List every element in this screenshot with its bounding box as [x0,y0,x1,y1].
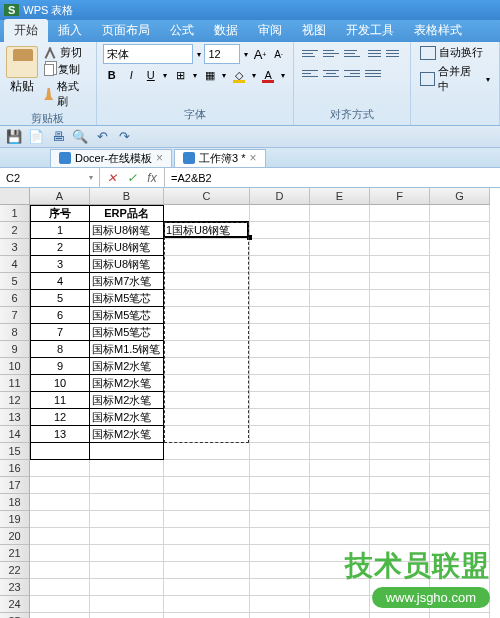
cell-G13[interactable] [430,409,490,426]
cell-C19[interactable] [164,511,250,528]
cell-D11[interactable] [250,375,310,392]
cell-G16[interactable] [430,460,490,477]
decrease-font-button[interactable]: A- [270,45,286,63]
align-left-button[interactable] [300,64,320,82]
cell-E10[interactable] [310,358,370,375]
align-top-button[interactable] [300,44,320,62]
save-button[interactable]: 💾 [4,128,24,146]
cell-B8[interactable]: 国标M5笔芯 [90,324,164,341]
cell-G10[interactable] [430,358,490,375]
cell-F25[interactable] [370,613,430,618]
align-middle-button[interactable] [321,44,341,62]
cell-D4[interactable] [250,256,310,273]
cell-B12[interactable]: 国标M2水笔 [90,392,164,409]
cell-F13[interactable] [370,409,430,426]
copy-button[interactable]: 复制 [40,61,92,78]
cell-C12[interactable] [164,392,250,409]
cell-E20[interactable] [310,528,370,545]
row-header-4[interactable]: 4 [0,256,30,273]
cell-F18[interactable] [370,494,430,511]
cell-A16[interactable] [30,460,90,477]
cell-C16[interactable] [164,460,250,477]
cell-A25[interactable] [30,613,90,618]
cell-C10[interactable] [164,358,250,375]
cell-G6[interactable] [430,290,490,307]
cell-E5[interactable] [310,273,370,290]
cell-F1[interactable] [370,205,430,222]
cell-A17[interactable] [30,477,90,494]
row-header-12[interactable]: 12 [0,392,30,409]
cell-B3[interactable]: 国标U8钢笔 [90,239,164,256]
pattern-button[interactable]: ▦ [201,66,219,84]
cell-G12[interactable] [430,392,490,409]
ribbon-tab-2[interactable]: 页面布局 [92,19,160,42]
row-header-6[interactable]: 6 [0,290,30,307]
cell-A23[interactable] [30,579,90,596]
row-header-8[interactable]: 8 [0,324,30,341]
align-right-button[interactable] [342,64,362,82]
cell-D19[interactable] [250,511,310,528]
cell-G9[interactable] [430,341,490,358]
cell-D13[interactable] [250,409,310,426]
row-header-2[interactable]: 2 [0,222,30,239]
cell-F17[interactable] [370,477,430,494]
cell-A14[interactable]: 13 [30,426,90,443]
cell-B4[interactable]: 国标U8钢笔 [90,256,164,273]
ribbon-tab-6[interactable]: 视图 [292,19,336,42]
cell-A18[interactable] [30,494,90,511]
select-all-corner[interactable] [0,188,30,205]
close-icon[interactable]: × [156,151,163,165]
row-header-20[interactable]: 20 [0,528,30,545]
column-header-A[interactable]: A [30,188,90,205]
cell-F8[interactable] [370,324,430,341]
cell-G5[interactable] [430,273,490,290]
cell-A13[interactable]: 12 [30,409,90,426]
cut-button[interactable]: 剪切 [40,44,92,61]
cancel-button[interactable]: ✕ [104,170,120,186]
cell-B17[interactable] [90,477,164,494]
row-header-5[interactable]: 5 [0,273,30,290]
formula-input[interactable]: =A2&B2 [165,168,500,187]
row-header-17[interactable]: 17 [0,477,30,494]
underline-button[interactable]: U [142,66,160,84]
cell-C25[interactable] [164,613,250,618]
cell-E16[interactable] [310,460,370,477]
cell-D12[interactable] [250,392,310,409]
cell-B10[interactable]: 国标M2水笔 [90,358,164,375]
cell-E1[interactable] [310,205,370,222]
cell-A19[interactable] [30,511,90,528]
cell-E18[interactable] [310,494,370,511]
decrease-indent-button[interactable] [363,44,383,62]
cell-D24[interactable] [250,596,310,613]
fx-button[interactable]: fx [144,170,160,186]
cell-E19[interactable] [310,511,370,528]
font-name-select[interactable] [103,44,193,64]
cell-E25[interactable] [310,613,370,618]
cell-C6[interactable] [164,290,250,307]
row-header-23[interactable]: 23 [0,579,30,596]
cell-C14[interactable] [164,426,250,443]
cell-B11[interactable]: 国标M2水笔 [90,375,164,392]
cell-A8[interactable]: 7 [30,324,90,341]
row-header-13[interactable]: 13 [0,409,30,426]
cell-E9[interactable] [310,341,370,358]
cell-F20[interactable] [370,528,430,545]
column-header-C[interactable]: C [164,188,250,205]
merge-center-button[interactable]: 合并居中▾ [417,63,493,95]
cell-C3[interactable] [164,239,250,256]
cell-A2[interactable]: 1 [30,222,90,239]
cell-A12[interactable]: 11 [30,392,90,409]
cell-F16[interactable] [370,460,430,477]
cell-F10[interactable] [370,358,430,375]
cell-B20[interactable] [90,528,164,545]
row-header-19[interactable]: 19 [0,511,30,528]
cell-G11[interactable] [430,375,490,392]
align-center-button[interactable] [321,64,341,82]
cell-B5[interactable]: 国标M7水笔 [90,273,164,290]
size-dropdown-icon[interactable]: ▾ [242,45,249,63]
cell-B16[interactable] [90,460,164,477]
name-box[interactable]: C2▾ [0,168,100,187]
cell-E3[interactable] [310,239,370,256]
cell-B7[interactable]: 国标M5笔芯 [90,307,164,324]
cell-B14[interactable]: 国标M2水笔 [90,426,164,443]
